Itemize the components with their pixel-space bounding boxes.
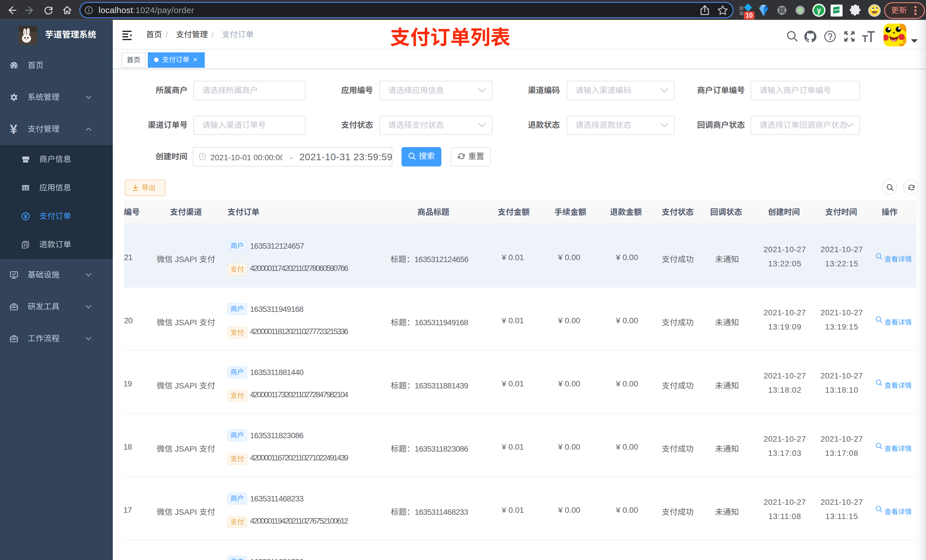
- svg-text:y: y: [817, 6, 821, 15]
